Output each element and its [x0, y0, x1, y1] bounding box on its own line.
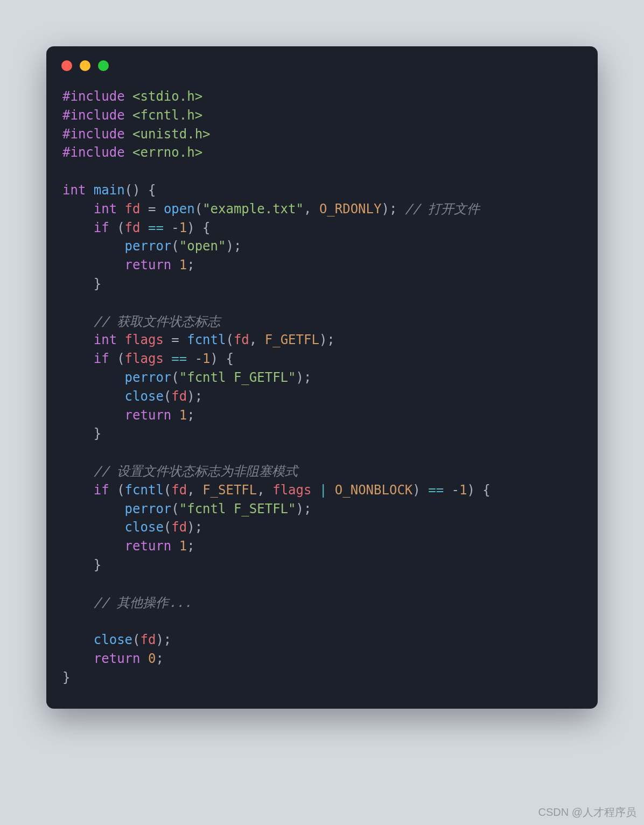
punct: () {	[125, 183, 156, 198]
punct: }	[94, 557, 101, 572]
comment: // 获取文件状态标志	[94, 314, 220, 329]
var: fd	[125, 201, 141, 216]
num: 1	[179, 220, 187, 235]
arg: flags	[272, 483, 311, 498]
op: ==	[164, 351, 195, 366]
punct: );	[296, 370, 312, 385]
neg: -	[171, 220, 179, 235]
punct: (	[171, 501, 179, 516]
sp	[141, 651, 148, 666]
fn: close	[125, 389, 164, 404]
num: 1	[179, 257, 187, 272]
fn: close	[125, 520, 164, 535]
preproc: #include	[62, 127, 125, 142]
fn: perror	[125, 239, 172, 254]
punct: (	[171, 239, 179, 254]
type: int	[94, 201, 117, 216]
zoom-dot-icon[interactable]	[98, 60, 109, 71]
fn: perror	[125, 370, 172, 385]
code-window: #include <stdio.h> #include <fcntl.h> #i…	[46, 46, 598, 709]
string: "fcntl F_SETFL"	[179, 501, 296, 516]
punct: (	[226, 332, 233, 347]
const: F_SETFL	[202, 483, 257, 498]
punct: ) {	[467, 483, 490, 498]
punct: (	[195, 201, 202, 216]
fn: fcntl	[187, 332, 226, 347]
punct: );	[187, 520, 202, 535]
num: 1	[459, 483, 467, 498]
watermark-text: CSDN @人才程序员	[538, 805, 636, 820]
num: 1	[179, 408, 187, 423]
fn: fcntl	[125, 483, 164, 498]
comment: // 设置文件状态标志为非阻塞模式	[94, 464, 298, 479]
sp	[171, 539, 179, 554]
type: int	[62, 183, 86, 198]
punct: (	[109, 220, 125, 235]
var: fd	[125, 220, 141, 235]
comment: // 打开文件	[397, 201, 480, 216]
string: "open"	[179, 239, 226, 254]
arg: fd	[171, 483, 187, 498]
minimize-dot-icon[interactable]	[80, 60, 90, 71]
punct: ;	[187, 408, 194, 423]
sp	[171, 257, 179, 272]
kw: return	[125, 408, 172, 423]
kw: if	[94, 351, 109, 366]
var: flags	[125, 332, 164, 347]
arg: fd	[171, 389, 187, 404]
const: F_GETFL	[265, 332, 319, 347]
punct: (	[164, 389, 171, 404]
neg: -	[452, 483, 459, 498]
punct: (	[109, 483, 125, 498]
arg: fd	[141, 632, 156, 647]
kw: return	[125, 257, 172, 272]
string: "example.txt"	[202, 201, 304, 216]
arg: fd	[171, 520, 187, 535]
punct: ;	[187, 539, 194, 554]
punct: );	[187, 389, 202, 404]
include-path: <unistd.h>	[132, 127, 211, 142]
arg: fd	[234, 332, 249, 347]
const: O_RDONLY	[319, 201, 382, 216]
punct: );	[319, 332, 335, 347]
num: 1	[179, 539, 187, 554]
kw: if	[94, 483, 109, 498]
close-dot-icon[interactable]	[61, 60, 72, 71]
eq: =	[141, 201, 164, 216]
punct: (	[109, 351, 125, 366]
punct: ) {	[211, 351, 234, 366]
comment: // 其他操作...	[94, 595, 192, 610]
eq: =	[164, 332, 187, 347]
code-block: #include <stdio.h> #include <fcntl.h> #i…	[46, 76, 598, 693]
punct: ,	[249, 332, 265, 347]
punct: (	[132, 632, 140, 647]
punct: ;	[187, 257, 194, 272]
punct: }	[94, 426, 101, 441]
preproc: #include	[62, 145, 125, 160]
window-titlebar	[46, 46, 598, 76]
punct: ,	[304, 201, 319, 216]
include-path: <fcntl.h>	[132, 108, 202, 123]
const: O_NONBLOCK	[335, 483, 413, 498]
punct: }	[62, 670, 70, 685]
fn: perror	[125, 501, 172, 516]
num: 1	[202, 351, 210, 366]
punct: );	[156, 632, 171, 647]
punct: ;	[156, 651, 163, 666]
var: flags	[125, 351, 164, 366]
include-path: <stdio.h>	[132, 89, 202, 104]
function-name: main	[94, 183, 125, 198]
include-path: <errno.h>	[132, 145, 202, 160]
string: "fcntl F_GETFL"	[179, 370, 296, 385]
preproc: #include	[62, 89, 125, 104]
kw: return	[94, 651, 141, 666]
preproc: #include	[62, 108, 125, 123]
type: int	[94, 332, 117, 347]
punct: ,	[187, 483, 202, 498]
neg: -	[195, 351, 202, 366]
punct: (	[164, 483, 171, 498]
op: ==	[141, 220, 172, 235]
fn: open	[164, 201, 195, 216]
punct: ,	[257, 483, 272, 498]
punct: )	[412, 483, 420, 498]
